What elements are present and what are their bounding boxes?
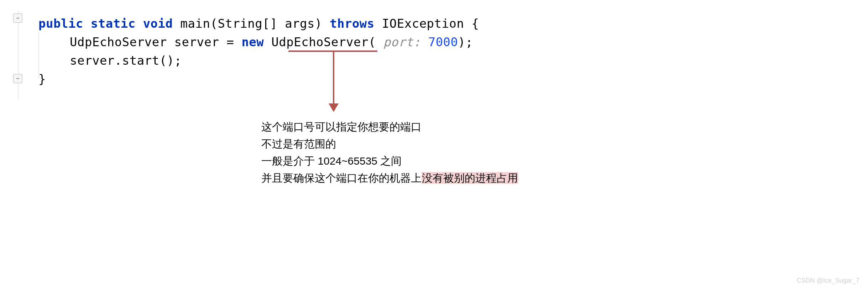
- keyword-static: static: [91, 16, 136, 31]
- arrow-line: [333, 52, 334, 109]
- annotation-line-4a: 并且要确保这个端口在你的机器上: [261, 172, 422, 184]
- parameter-hint: port:: [376, 35, 428, 49]
- method-call: server.start();: [70, 53, 182, 68]
- param-name: args: [285, 16, 315, 31]
- port-number: 7000: [428, 35, 458, 49]
- code-line-3: server.start();: [38, 51, 479, 70]
- keyword-void: void: [143, 16, 173, 31]
- annotation-line-3: 一般是介于 1024~65535 之间: [261, 153, 518, 170]
- keyword-public: public: [38, 16, 83, 31]
- var-type: UdpEchoServer: [70, 35, 167, 49]
- close-brace: }: [38, 72, 46, 86]
- fold-minus-icon[interactable]: [13, 14, 22, 23]
- annotation-line-4: 并且要确保这个端口在你的机器上没有被别的进程占用: [261, 170, 518, 187]
- watermark-text: CSDN @Ice_Sugar_7: [797, 277, 859, 284]
- code-line-4: }: [38, 70, 479, 88]
- keyword-new: new: [241, 35, 264, 49]
- close-paren-semicolon: );: [458, 35, 473, 49]
- equals: =: [226, 35, 234, 49]
- code-line-2: UdpEchoServer server = new UdpEchoServer…: [38, 33, 479, 51]
- var-name: server: [174, 35, 219, 49]
- gutter-vertical-line: [18, 11, 19, 100]
- annotation-highlight: 没有被别的进程占用: [422, 172, 518, 184]
- chevron-down-icon: [329, 103, 339, 112]
- keyword-throws: throws: [330, 16, 375, 31]
- callout-arrow: [333, 52, 334, 109]
- annotation-note: 这个端口号可以指定你想要的端口 不过是有范围的 一般是介于 1024~65535…: [261, 118, 518, 187]
- exception-type: IOException: [382, 16, 464, 31]
- param-type: String[]: [218, 16, 277, 31]
- annotation-line-2: 不过是有范围的: [261, 135, 518, 153]
- code-block: public static void main(String[] args) t…: [38, 14, 479, 88]
- open-brace: {: [471, 16, 479, 31]
- editor-gutter: [11, 11, 25, 100]
- method-name: main: [181, 16, 210, 31]
- code-line-1: public static void main(String[] args) t…: [38, 14, 479, 33]
- fold-minus-icon[interactable]: [13, 74, 22, 83]
- annotation-line-1: 这个端口号可以指定你想要的端口: [261, 118, 518, 135]
- constructor: UdpEchoServer: [271, 35, 368, 49]
